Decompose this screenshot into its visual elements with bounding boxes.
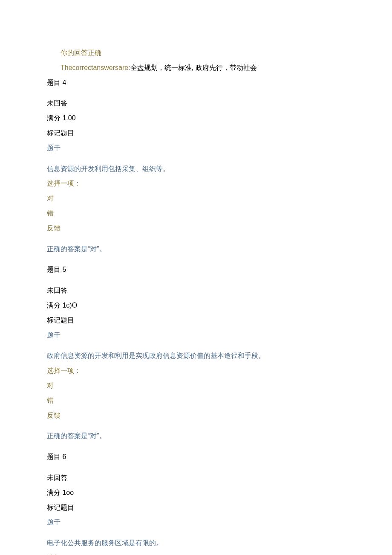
question-5-choose: 选择一项：: [47, 365, 349, 377]
question-6-flag: 标记题目: [47, 502, 349, 514]
question-4-title: 题目 4: [47, 77, 349, 89]
page: 你的回答正确 Thecorrectanswersare:全盘规划，统一标准, 政…: [0, 0, 392, 555]
question-5-status: 未回答: [47, 285, 349, 297]
question-4-choose: 选择一项：: [47, 177, 349, 190]
question-6-score: 满分 1oo: [47, 487, 349, 499]
question-6-stem-label: 题干: [47, 516, 349, 529]
question-6-choose: 选择一项：: [47, 552, 349, 555]
question-5-title: 题目 5: [47, 264, 349, 276]
question-4-option-false[interactable]: 错: [47, 207, 349, 220]
question-5-feedback-label: 反馈: [47, 410, 349, 422]
question-6-status: 未回答: [47, 472, 349, 484]
answers-prefix: Thecorrectanswersare:: [61, 64, 130, 71]
question-5-flag: 标记题目: [47, 314, 349, 327]
correct-answers-line: Thecorrectanswersare:全盘规划，统一标准, 政府先行，带动社…: [47, 62, 349, 74]
question-5-answer: 正确的答案是“对”。: [47, 430, 349, 442]
question-6-title: 题目 6: [47, 451, 349, 463]
question-4-answer: 正确的答案是“对”。: [47, 243, 349, 256]
correct-note: 你的回答正确: [47, 47, 349, 59]
answers-body: 全盘规划，统一标准, 政府先行，带动社会: [130, 64, 257, 71]
question-4-status: 未回答: [47, 97, 349, 110]
question-4-score: 满分 1.00: [47, 112, 349, 125]
question-5-score: 满分 1c)O: [47, 299, 349, 312]
question-5-option-false[interactable]: 错: [47, 395, 349, 407]
question-4-stem-label: 题干: [47, 142, 349, 154]
question-5-option-true[interactable]: 对: [47, 380, 349, 392]
question-6-stem: 电子化公共服务的服务区域是有限的。: [47, 537, 349, 549]
question-5-stem: 政府信息资源的开发和利用是实现政府信息资源价值的基本途径和手段。: [47, 350, 349, 362]
question-4-feedback-label: 反馈: [47, 222, 349, 235]
question-4-stem: 信息资源的开发利用包括采集、组织等。: [47, 163, 349, 175]
question-4-option-true[interactable]: 对: [47, 192, 349, 205]
question-4-flag: 标记题目: [47, 127, 349, 139]
question-5-stem-label: 题干: [47, 329, 349, 342]
